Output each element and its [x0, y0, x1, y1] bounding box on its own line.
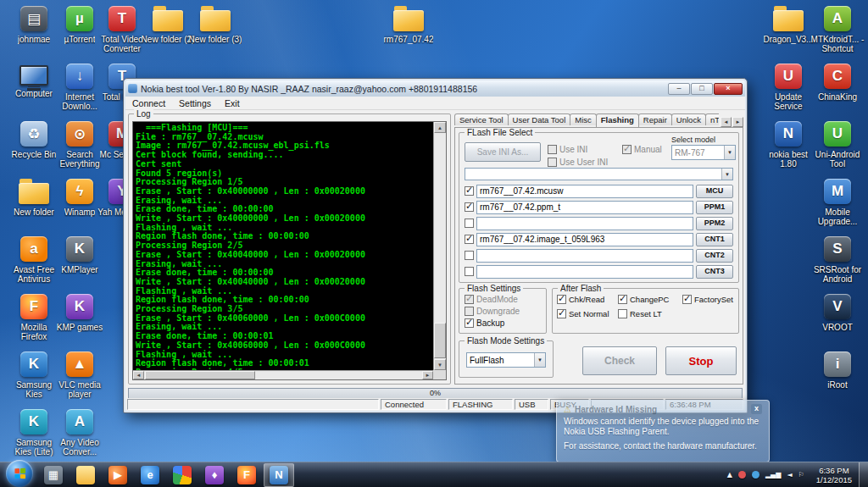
- flash-setting-checkbox[interactable]: Downgrade: [465, 307, 541, 316]
- tray-flag-icon[interactable]: ⚐: [798, 471, 804, 479]
- file-enable-checkbox[interactable]: [465, 186, 474, 196]
- tray-network-icon[interactable]: ▂▄▆: [765, 471, 781, 479]
- flash-mode-dropdown[interactable]: FullFlash▼: [466, 352, 546, 368]
- manual-checkbox[interactable]: Manual: [622, 145, 662, 154]
- desktop-icon-dragon-v3[interactable]: Dragon_V3...: [761, 3, 815, 61]
- taskbar-kmp-app[interactable]: ♦: [199, 463, 230, 487]
- taskbar-firefox[interactable]: F: [231, 463, 262, 487]
- flash-setting-checkbox[interactable]: DeadMode: [465, 295, 541, 304]
- desktop-icon-srsroot[interactable]: S SRSRoot for Android: [810, 234, 865, 291]
- scroll-track[interactable]: [434, 133, 446, 359]
- taskbar-internet-explorer[interactable]: e: [135, 463, 165, 487]
- tray-icon-blue[interactable]: [752, 471, 760, 479]
- desktop-icon-kmplayer[interactable]: K KMPlayer: [53, 234, 107, 291]
- file-path-field[interactable]: [476, 265, 693, 279]
- tab[interactable]: User Data Tool: [508, 113, 571, 125]
- scroll-left-icon[interactable]: ◄: [133, 371, 144, 379]
- file-select-button[interactable]: MCU: [696, 185, 733, 198]
- stop-button[interactable]: Stop: [665, 346, 737, 375]
- file-path-field[interactable]: [476, 217, 693, 230]
- file-select-button[interactable]: CNT3: [696, 265, 733, 279]
- taskbar-chrome[interactable]: [167, 463, 198, 487]
- menu-item[interactable]: Connect: [125, 97, 172, 109]
- taskbar-nokia-best-tool[interactable]: N: [264, 463, 294, 487]
- model-select-dropdown[interactable]: RM-767▼: [671, 145, 736, 160]
- show-desktop-button[interactable]: [859, 462, 868, 487]
- tab[interactable]: nTab: [705, 113, 719, 125]
- taskbar-media-player[interactable]: ▶: [103, 463, 133, 487]
- log-horizontal-scrollbar[interactable]: ◄ ►: [133, 370, 433, 379]
- file-path-field[interactable]: rm767__07.42.ppm_t: [476, 201, 693, 214]
- desktop-icon-mtkdroid-shortcut[interactable]: A MTKdroidT... - Shortcut: [810, 3, 865, 61]
- after-flash-checkbox[interactable]: Set Normal: [557, 309, 616, 318]
- use-ini-checkbox[interactable]: Use INI: [548, 145, 587, 154]
- desktop-icon-nokia-best[interactable]: N nokia best 1.80: [761, 119, 815, 176]
- save-ini-as-button[interactable]: Save INI As...: [465, 142, 541, 162]
- maximize-button[interactable]: □: [691, 83, 713, 95]
- tray-show-hidden-icons[interactable]: ▲: [727, 471, 732, 479]
- file-select-button[interactable]: CNT2: [696, 249, 733, 263]
- file-select-button[interactable]: PPM1: [696, 201, 733, 214]
- file-enable-checkbox[interactable]: [465, 251, 474, 260]
- taskbar-icon-image: N: [270, 466, 288, 484]
- tab[interactable]: Flashing: [596, 113, 639, 127]
- log-vertical-scrollbar[interactable]: ▲ ▼: [433, 122, 446, 370]
- scroll-right-icon[interactable]: ►: [422, 371, 433, 379]
- desktop-icon-any-video-converter[interactable]: A Any Video Conver...: [53, 407, 107, 464]
- desktop-icon-chinaking[interactable]: C ChinaKing: [810, 61, 865, 119]
- desktop-icon-update-service[interactable]: U Update Service: [761, 61, 815, 119]
- notification-close-button[interactable]: x: [751, 404, 762, 414]
- file-enable-checkbox[interactable]: [465, 267, 474, 276]
- start-button[interactable]: [6, 460, 33, 487]
- desktop-icon-iroot[interactable]: i iRoot: [810, 349, 865, 407]
- after-flash-checkbox[interactable]: Chk/Read: [557, 295, 616, 304]
- title-bar[interactable]: Nokia best tool Ver-1.80 By NASIR _RAAZ …: [125, 80, 745, 97]
- menu-item[interactable]: Settings: [172, 97, 218, 109]
- after-flash-checkbox[interactable]: Reset LT: [618, 309, 681, 318]
- tab[interactable]: Repair: [638, 113, 672, 125]
- tab[interactable]: Unlock: [671, 113, 706, 125]
- minimize-button[interactable]: –: [668, 83, 690, 95]
- ini-file-dropdown[interactable]: ▼: [465, 168, 733, 180]
- tray-volume-icon[interactable]: ◄: [787, 471, 792, 479]
- file-path-field[interactable]: rm767__07.42.image_t_059L963: [476, 233, 693, 246]
- scroll-up-icon[interactable]: ▲: [434, 122, 446, 133]
- after-flash-checkbox[interactable]: ChangePC: [618, 295, 681, 304]
- file-path-field[interactable]: rm767__07.42.mcusw: [476, 185, 693, 198]
- file-select-button[interactable]: PPM2: [696, 217, 733, 230]
- tab[interactable]: Service Tool: [454, 113, 509, 125]
- after-flash-checkbox[interactable]: FactorySet: [682, 295, 734, 304]
- taskbar-clock[interactable]: 6:36 PM 1/12/2015: [810, 466, 859, 484]
- file-enable-checkbox[interactable]: [465, 235, 474, 244]
- desktop-icon-vroot[interactable]: V VROOT: [810, 291, 865, 349]
- desktop-icon-rm767-folder[interactable]: rm767_07.42: [381, 3, 436, 61]
- desktop-icon-mobile-upgrade[interactable]: M Mobile Upgrade...: [810, 176, 865, 234]
- use-user-ini-checkbox[interactable]: Use User INI: [548, 158, 608, 167]
- scroll-down-icon[interactable]: ▼: [434, 359, 446, 370]
- tab-scroll-buttons[interactable]: ◄ ►: [721, 117, 743, 127]
- desktop-icon-new-folder-3[interactable]: New folder (3): [188, 3, 242, 61]
- tab-scroll-left-icon[interactable]: ◄: [721, 117, 732, 127]
- tab-scroll-right-icon[interactable]: ►: [732, 117, 743, 127]
- log-output[interactable]: ===Flashing [MCU]===File : rm767__07.42.…: [132, 121, 447, 380]
- file-select-button[interactable]: CNT1: [696, 233, 733, 246]
- desktop-icon-vlc[interactable]: ▲ VLC media player: [53, 349, 107, 407]
- file-enable-checkbox[interactable]: [465, 202, 474, 212]
- desktop-icon-new-folder-2[interactable]: New folder (2): [141, 3, 195, 61]
- scroll-thumb[interactable]: [434, 323, 446, 358]
- tab[interactable]: Misc: [570, 113, 597, 125]
- tray-icon-red[interactable]: [738, 471, 746, 479]
- desktop-icon-kmp-games[interactable]: K KMP games: [53, 291, 107, 349]
- menu-item[interactable]: Exit: [218, 97, 247, 109]
- file-path-field[interactable]: [476, 249, 693, 263]
- desktop-icon-uni-android-tool[interactable]: U Uni-Android Tool: [810, 119, 865, 176]
- scroll-track[interactable]: [144, 371, 422, 379]
- taskbar-app-gray[interactable]: ▦: [38, 463, 69, 487]
- scroll-thumb[interactable]: [145, 371, 255, 379]
- check-button[interactable]: Check: [582, 346, 657, 375]
- close-button[interactable]: ×: [714, 83, 743, 95]
- taskbar-explorer-folder[interactable]: [70, 463, 101, 487]
- desktop-column-right-2: A MTKdroidT... - Shortcut C ChinaKing U …: [810, 3, 865, 407]
- flash-setting-checkbox[interactable]: Backup: [465, 318, 541, 328]
- file-enable-checkbox[interactable]: [465, 219, 474, 228]
